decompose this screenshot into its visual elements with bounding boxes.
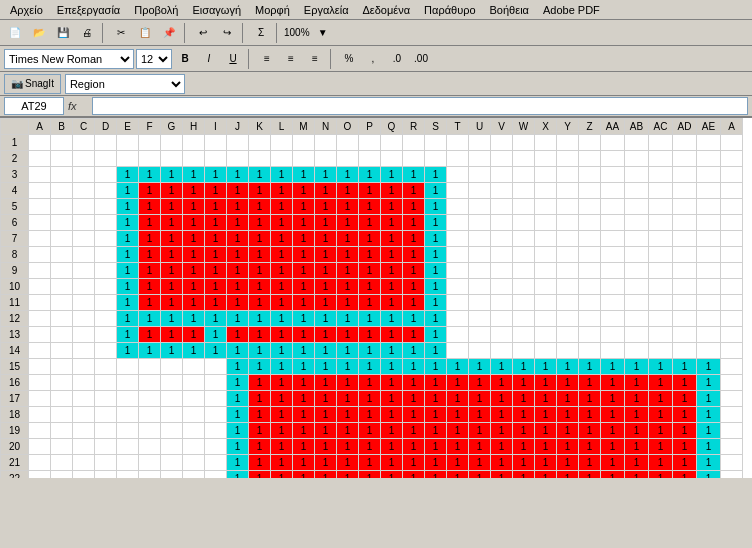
cell-6-AA[interactable] (601, 215, 625, 231)
cell-17-Y[interactable]: 1 (557, 391, 579, 407)
cell-22-S[interactable]: 1 (425, 471, 447, 479)
cell-12-F[interactable]: 1 (139, 311, 161, 327)
cell-14-J[interactable]: 1 (227, 343, 249, 359)
cell-22-A[interactable] (721, 471, 743, 479)
cell-16-AD[interactable]: 1 (673, 375, 697, 391)
cell-5-J[interactable]: 1 (227, 199, 249, 215)
cell-22-I[interactable] (205, 471, 227, 479)
cell-11-W[interactable] (513, 295, 535, 311)
cell-3-W[interactable] (513, 167, 535, 183)
cell-2-G[interactable] (161, 151, 183, 167)
cell-8-H[interactable]: 1 (183, 247, 205, 263)
cell-7-Y[interactable] (557, 231, 579, 247)
cell-7-U[interactable] (469, 231, 491, 247)
cell-3-O[interactable]: 1 (337, 167, 359, 183)
cell-9-I[interactable]: 1 (205, 263, 227, 279)
cell-6-P[interactable]: 1 (359, 215, 381, 231)
cell-5-L[interactable]: 1 (271, 199, 293, 215)
cell-7-B[interactable] (51, 231, 73, 247)
cell-5-X[interactable] (535, 199, 557, 215)
cell-17-T[interactable]: 1 (447, 391, 469, 407)
cell-12-Z[interactable] (579, 311, 601, 327)
cell-9-W[interactable] (513, 263, 535, 279)
cell-16-V[interactable]: 1 (491, 375, 513, 391)
cell-15-C[interactable] (73, 359, 95, 375)
cell-16-AB[interactable]: 1 (625, 375, 649, 391)
cell-7-AB[interactable] (625, 231, 649, 247)
cell-15-AB[interactable]: 1 (625, 359, 649, 375)
cell-6-K[interactable]: 1 (249, 215, 271, 231)
cell-15-Y[interactable]: 1 (557, 359, 579, 375)
cell-19-Z[interactable]: 1 (579, 423, 601, 439)
cell-10-J[interactable]: 1 (227, 279, 249, 295)
cell-1-AC[interactable] (649, 135, 673, 151)
cell-13-I[interactable]: 1 (205, 327, 227, 343)
cell-18-H[interactable] (183, 407, 205, 423)
cell-17-V[interactable]: 1 (491, 391, 513, 407)
cell-9-V[interactable] (491, 263, 513, 279)
cell-22-Q[interactable]: 1 (381, 471, 403, 479)
cell-12-S[interactable]: 1 (425, 311, 447, 327)
cell-21-A[interactable] (721, 455, 743, 471)
cell-18-J[interactable]: 1 (227, 407, 249, 423)
cell-13-AB[interactable] (625, 327, 649, 343)
cell-21-Q[interactable]: 1 (381, 455, 403, 471)
cell-20-AB[interactable]: 1 (625, 439, 649, 455)
cell-17-B[interactable] (51, 391, 73, 407)
cell-20-D[interactable] (95, 439, 117, 455)
cell-6-A[interactable] (721, 215, 743, 231)
cell-9-L[interactable]: 1 (271, 263, 293, 279)
cell-14-G[interactable]: 1 (161, 343, 183, 359)
cell-3-AA[interactable] (601, 167, 625, 183)
cell-11-C[interactable] (73, 295, 95, 311)
cell-13-F[interactable]: 1 (139, 327, 161, 343)
cell-3-H[interactable]: 1 (183, 167, 205, 183)
cell-12-T[interactable] (447, 311, 469, 327)
cell-3-T[interactable] (447, 167, 469, 183)
cell-13-T[interactable] (447, 327, 469, 343)
cell-15-A[interactable] (721, 359, 743, 375)
cell-20-AE[interactable]: 1 (697, 439, 721, 455)
cell-2-P[interactable] (359, 151, 381, 167)
cell-16-I[interactable] (205, 375, 227, 391)
cell-11-B[interactable] (51, 295, 73, 311)
cell-7-AD[interactable] (673, 231, 697, 247)
size-select[interactable]: 12 (136, 49, 172, 69)
cell-19-C[interactable] (73, 423, 95, 439)
menu-adobepdf[interactable]: Adobe PDF (537, 3, 606, 17)
cell-22-AD[interactable]: 1 (673, 471, 697, 479)
cell-17-D[interactable] (95, 391, 117, 407)
cell-20-F[interactable] (139, 439, 161, 455)
cell-12-X[interactable] (535, 311, 557, 327)
cell-7-S[interactable]: 1 (425, 231, 447, 247)
cell-16-C[interactable] (73, 375, 95, 391)
cell-21-D[interactable] (95, 455, 117, 471)
cell-18-S[interactable]: 1 (425, 407, 447, 423)
cell-10-B[interactable] (51, 279, 73, 295)
cell-16-AE[interactable]: 1 (697, 375, 721, 391)
cell-5-AB[interactable] (625, 199, 649, 215)
cell-12-G[interactable]: 1 (161, 311, 183, 327)
cell-1-O[interactable] (337, 135, 359, 151)
cell-10-U[interactable] (469, 279, 491, 295)
cell-13-A[interactable] (721, 327, 743, 343)
cell-4-AB[interactable] (625, 183, 649, 199)
cell-15-R[interactable]: 1 (403, 359, 425, 375)
cell-17-S[interactable]: 1 (425, 391, 447, 407)
cell-22-R[interactable]: 1 (403, 471, 425, 479)
cell-15-B[interactable] (51, 359, 73, 375)
cell-15-I[interactable] (205, 359, 227, 375)
cell-10-I[interactable]: 1 (205, 279, 227, 295)
cell-12-C[interactable] (73, 311, 95, 327)
cell-19-F[interactable] (139, 423, 161, 439)
cell-4-W[interactable] (513, 183, 535, 199)
cell-15-Q[interactable]: 1 (381, 359, 403, 375)
cell-9-AC[interactable] (649, 263, 673, 279)
cell-21-Z[interactable]: 1 (579, 455, 601, 471)
cell-14-O[interactable]: 1 (337, 343, 359, 359)
cell-12-A[interactable] (29, 311, 51, 327)
cell-21-AD[interactable]: 1 (673, 455, 697, 471)
cell-20-C[interactable] (73, 439, 95, 455)
region-select[interactable]: Region (65, 74, 185, 94)
cell-5-A[interactable] (721, 199, 743, 215)
